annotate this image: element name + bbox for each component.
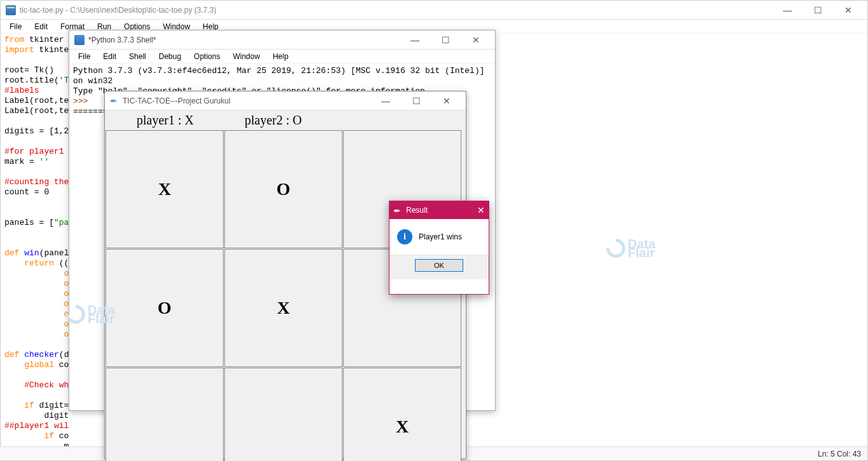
close-button[interactable]: ✕	[462, 31, 490, 49]
cell-3[interactable]: O	[105, 249, 224, 367]
minimize-button[interactable]: —	[773, 1, 801, 19]
tk-icon: ✒	[110, 97, 119, 105]
menu-edit[interactable]: Edit	[28, 21, 54, 32]
menu-shell[interactable]: Shell	[123, 51, 153, 62]
cell-8[interactable]: X	[343, 368, 461, 461]
cell-0[interactable]: X	[105, 130, 224, 248]
info-icon: i	[397, 229, 412, 244]
ok-button[interactable]: OK	[415, 259, 463, 272]
cursor-position: Ln: 5 Col: 43	[818, 450, 861, 458]
maximize-button[interactable]: ☐	[402, 92, 430, 110]
cell-7[interactable]	[224, 368, 342, 461]
menu-edit[interactable]: Edit	[97, 51, 123, 62]
shell-titlebar: *Python 3.7.3 Shell* — ☐ ✕	[69, 30, 495, 50]
python-icon	[74, 35, 85, 45]
menu-debug[interactable]: Debug	[153, 51, 187, 62]
shell-menubar: File Edit Shell Debug Options Window Hel…	[69, 50, 495, 63]
dialog-title: Result	[406, 206, 428, 215]
player-labels: player1 : X player2 : O	[105, 110, 466, 130]
maximize-button[interactable]: ☐	[431, 31, 459, 49]
editor-title: tic-tac-toe.py - C:\Users\next\Desktop\t…	[20, 6, 216, 15]
cell-4[interactable]: X	[224, 249, 342, 367]
close-button[interactable]: ✕	[433, 92, 461, 110]
cell-6[interactable]	[105, 368, 224, 461]
shell-window-controls: — ☐ ✕	[401, 31, 490, 49]
editor-titlebar: tic-tac-toe.py - C:\Users\next\Desktop\t…	[1, 1, 867, 20]
menu-file[interactable]: File	[3, 21, 28, 32]
dialog-titlebar: ✒ Result ✕	[390, 201, 489, 219]
menu-options[interactable]: Options	[187, 51, 226, 62]
game-window-controls: — ☐ ✕	[372, 92, 461, 110]
dialog-body: i Player1 wins	[390, 219, 489, 255]
window-controls: — ☐ ✕	[773, 1, 862, 19]
cell-1[interactable]: O	[224, 130, 342, 248]
menu-help[interactable]: Help	[266, 51, 295, 62]
minimize-button[interactable]: —	[372, 92, 400, 110]
game-board: X O O X X	[105, 130, 465, 461]
python-file-icon	[6, 5, 16, 15]
close-button[interactable]: ✕	[834, 1, 862, 19]
game-titlebar: ✒ TIC-TAC-TOE---Project Gurukul — ☐ ✕	[105, 91, 466, 110]
result-dialog: ✒ Result ✕ i Player1 wins OK	[389, 201, 489, 295]
close-icon[interactable]: ✕	[477, 205, 485, 215]
player1-label: player1 : X	[137, 113, 194, 128]
dialog-footer: OK	[390, 255, 489, 279]
menu-window[interactable]: Window	[226, 51, 266, 62]
minimize-button[interactable]: —	[401, 31, 429, 49]
game-title: TIC-TAC-TOE---Project Gurukul	[123, 97, 231, 105]
tk-icon: ✒	[393, 206, 402, 215]
maximize-button[interactable]: ☐	[804, 1, 832, 19]
player2-label: player2 : O	[245, 113, 302, 128]
shell-title: *Python 3.7.3 Shell*	[88, 36, 156, 44]
dialog-message: Player1 wins	[419, 232, 462, 241]
menu-file[interactable]: File	[72, 51, 97, 62]
